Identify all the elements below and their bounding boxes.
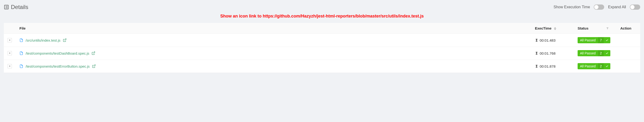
svg-marker-10 — [554, 29, 556, 30]
results-table: File ExecTime Status — [4, 23, 640, 73]
col-file: File — [16, 23, 531, 34]
exec-time: 00:01.483 — [540, 38, 556, 42]
details-icon — [4, 4, 9, 10]
expand-button[interactable]: + — [8, 64, 12, 68]
file-path: /test/components/testDashBoard.spec.js — [26, 51, 89, 55]
col-action: Action — [616, 23, 640, 34]
file-path: /src/untils/index.test.js — [26, 38, 60, 42]
table-row: + /test/components/testErrorButton.spec.… — [4, 60, 640, 73]
page-title-wrap: Details — [4, 4, 28, 10]
status-badge: All Passed 7 — [578, 37, 610, 43]
page-title: Details — [11, 4, 28, 10]
file-icon — [20, 64, 23, 68]
show-exec-time-toggle[interactable] — [594, 4, 604, 10]
file-path: /test/components/testErrorButton.spec.js — [26, 64, 90, 68]
check-icon — [606, 65, 608, 68]
status-badge: All Passed 2 — [578, 63, 610, 69]
file-icon — [20, 38, 23, 42]
col-status[interactable]: Status — [574, 23, 616, 34]
external-link-icon[interactable] — [63, 38, 67, 42]
check-icon — [606, 39, 608, 42]
table-row: + /test/components/testDashBoard.spec.js — [4, 47, 640, 60]
svg-line-13 — [94, 65, 95, 66]
hourglass-icon — [535, 52, 538, 55]
hourglass-icon — [535, 38, 538, 42]
hourglass-icon — [535, 65, 538, 68]
external-link-icon[interactable] — [92, 51, 95, 55]
sort-icon[interactable] — [554, 27, 556, 30]
expand-button[interactable]: + — [8, 38, 12, 42]
col-exectime[interactable]: ExecTime — [531, 23, 574, 34]
show-exec-time-label: Show Execution Time — [554, 5, 590, 9]
annotation-text: Show an icon link to https://github.com/… — [4, 12, 640, 19]
expand-button[interactable]: + — [8, 51, 12, 55]
check-icon — [606, 52, 608, 55]
status-badge: All Passed 2 — [578, 50, 610, 56]
expand-all-toggle[interactable] — [630, 4, 640, 10]
filter-icon[interactable] — [606, 27, 609, 30]
svg-line-12 — [93, 52, 95, 53]
file-icon — [20, 51, 23, 55]
external-link-icon[interactable] — [92, 64, 96, 68]
exec-time: 00:01.768 — [540, 51, 556, 55]
expand-all-label: Expand All — [608, 5, 626, 9]
exec-time: 00:01.878 — [540, 64, 556, 68]
svg-marker-9 — [554, 27, 556, 29]
svg-line-11 — [64, 39, 66, 40]
col-expand — [4, 23, 16, 34]
table-row: + /src/untils/index.test.js — [4, 34, 640, 47]
